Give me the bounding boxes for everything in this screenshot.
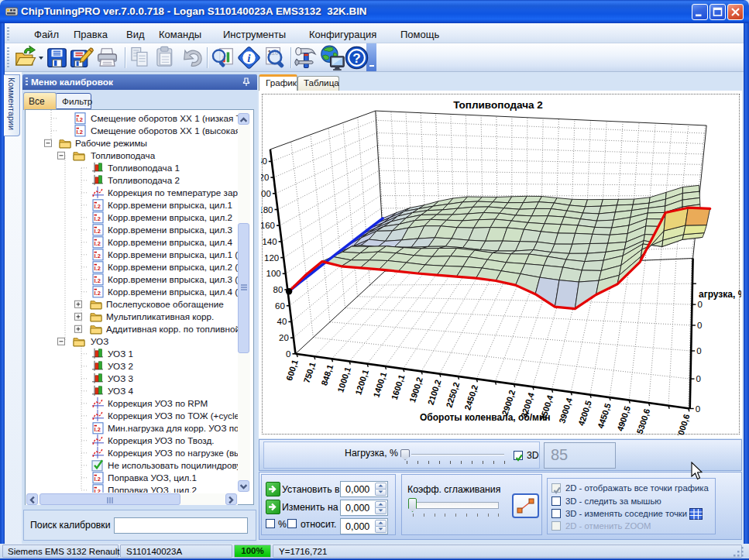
svg-text:0: 0 [286, 349, 290, 359]
svg-text:УОЗ: УОЗ [91, 336, 108, 346]
svg-text:Корр.времени впрыска, цил.2: Корр.времени впрыска, цил.2 [108, 212, 232, 222]
svg-text:600,1: 600,1 [284, 359, 300, 382]
svg-text:Топливоподача 2: Топливоподача 2 [108, 175, 180, 185]
svg-text:Рабочие режимы: Рабочие режимы [75, 138, 147, 148]
svg-text:I.2: I.2 [77, 129, 83, 136]
svg-text:3900,4: 3900,4 [557, 396, 574, 424]
svg-text:220: 220 [261, 173, 269, 182]
svg-text:1200,1: 1200,1 [353, 369, 370, 397]
svg-text:Смещение оборотов ХХ 1 (низкая: Смещение оборотов ХХ 1 (низкая ТС [91, 113, 239, 123]
svg-text:Не использовать поцилиндровую: Не использовать поцилиндровую [108, 460, 239, 470]
svg-text:Обороты коленвала, об/мин: Обороты коленвала, об/мин [420, 412, 551, 423]
svg-text:I.2: I.2 [94, 476, 101, 483]
svg-text:?: ? [352, 51, 360, 66]
svg-text:I.2: I.2 [94, 488, 101, 493]
svg-text:Послепусковое обогащение: Послепусковое обогащение [106, 299, 224, 309]
svg-text:Аддитивная корр. по топливной: Аддитивная корр. по топливной п [106, 324, 239, 334]
svg-text:I.2: I.2 [94, 228, 101, 235]
svg-text:6000,6: 6000,6 [675, 413, 692, 435]
svg-text:Корр.времени впрыска, цил.4 (R: Корр.времени впрыска, цил.4 (RI [108, 287, 239, 297]
svg-text:1400,1: 1400,1 [371, 371, 388, 399]
svg-text:I.2: I.2 [94, 203, 101, 210]
svg-text:40: 40 [277, 317, 287, 326]
svg-text:I.2: I.2 [94, 240, 101, 247]
svg-text:0: 0 [696, 346, 701, 356]
svg-text:1600,1: 1600,1 [390, 373, 407, 401]
svg-text:60: 60 [275, 301, 285, 311]
svg-text:УОЗ 2: УОЗ 2 [108, 361, 133, 371]
svg-text:I.2: I.2 [94, 290, 101, 297]
svg-text:80: 80 [273, 285, 283, 294]
svg-text:I.2: I.2 [94, 253, 101, 259]
svg-text:Корр.времени впрыска, цил.3 (R: Корр.времени впрыска, цил.3 (RI [108, 274, 239, 284]
svg-text:I.2: I.2 [94, 215, 101, 222]
svg-text:848,1: 848,1 [319, 363, 335, 387]
svg-text:Мультипликативная корр.: Мультипликативная корр. [106, 311, 214, 321]
svg-text:Корр.времени впрыска, цил.1: Корр.времени впрыска, цил.1 [108, 200, 232, 210]
svg-text:Мин.нагрузка для корр. УОЗ по: Мин.нагрузка для корр. УОЗ по Т [108, 423, 239, 433]
svg-text:4900,5: 4900,5 [615, 405, 632, 433]
svg-text:2250,2: 2250,2 [444, 381, 461, 409]
svg-text:0: 0 [697, 321, 702, 330]
svg-text:Топливоподача 1: Топливоподача 1 [108, 163, 180, 173]
svg-text:0: 0 [697, 300, 702, 309]
svg-text:Корр.времени впрыска, цил.3: Корр.времени впрыска, цил.3 [108, 225, 232, 235]
svg-text:0: 0 [696, 374, 701, 383]
svg-text:Коррекция УОЗ по ТОЖ (+cycles: Коррекция УОЗ по ТОЖ (+cycles [108, 411, 239, 421]
svg-text:Коррекция УОЗ по RPM: Коррекция УОЗ по RPM [108, 398, 208, 408]
svg-text:Топливоподача: Топливоподача [91, 150, 156, 160]
svg-text:I.2: I.2 [77, 116, 83, 123]
svg-text:5300,6: 5300,6 [635, 407, 652, 435]
svg-text:2450,2: 2450,2 [462, 383, 479, 411]
svg-text:Коррекция по температуре заряд: Коррекция по температуре заряд [108, 187, 239, 198]
svg-text:Коррекция УОЗ по нагрузке (выч: Коррекция УОЗ по нагрузке (выч [108, 448, 239, 458]
svg-text:100: 100 [266, 269, 281, 278]
svg-text:УОЗ 1: УОЗ 1 [108, 349, 133, 359]
svg-text:Коррекция УОЗ по Твозд.: Коррекция УОЗ по Твозд. [108, 435, 214, 445]
svg-text:1000,1: 1000,1 [335, 366, 352, 393]
svg-text:I.2: I.2 [94, 426, 101, 433]
svg-text:УОЗ 3: УОЗ 3 [108, 373, 133, 383]
svg-text:4200,5: 4200,5 [576, 400, 593, 428]
svg-text:20: 20 [279, 333, 289, 342]
svg-text:0: 0 [696, 404, 700, 414]
svg-text:Корр.времени впрыска, цил.4: Корр.времени впрыска, цил.4 [108, 237, 232, 247]
svg-text:160: 160 [261, 221, 275, 230]
svg-text:180: 180 [261, 205, 273, 215]
svg-text:Поправка УОЗ, цил.1: Поправка УОЗ, цил.1 [108, 472, 197, 483]
svg-text:i: i [247, 51, 251, 64]
svg-text:Корр.времени впрыска, цил.2 (R: Корр.времени впрыска, цил.2 (RI [108, 262, 239, 272]
svg-text:УОЗ 4: УОЗ 4 [108, 386, 133, 396]
svg-text:750,1: 750,1 [302, 361, 318, 384]
svg-text:1900,2: 1900,2 [407, 376, 424, 404]
svg-text:2100,2: 2100,2 [426, 379, 443, 407]
svg-text:I.2: I.2 [94, 265, 101, 272]
svg-text:Смещение оборотов ХХ 1 (высока: Смещение оборотов ХХ 1 (высокая Т [91, 125, 239, 136]
svg-text:I.2: I.2 [94, 277, 101, 284]
svg-text:Корр.времени впрыска, цил.1 (R: Корр.времени впрыска, цил.1 (RI [108, 249, 239, 259]
svg-text:120: 120 [264, 253, 279, 263]
svg-text:Поправка УОЗ, цил.2: Поправка УОЗ, цил.2 [108, 485, 197, 493]
svg-text:4450,5: 4450,5 [596, 402, 613, 430]
svg-text:240: 240 [261, 156, 267, 166]
svg-text:агрузка, %: агрузка, % [699, 289, 741, 300]
svg-text:140: 140 [262, 237, 277, 246]
svg-text:Топливоподача 2: Топливоподача 2 [453, 99, 543, 111]
svg-text:200: 200 [261, 189, 271, 198]
